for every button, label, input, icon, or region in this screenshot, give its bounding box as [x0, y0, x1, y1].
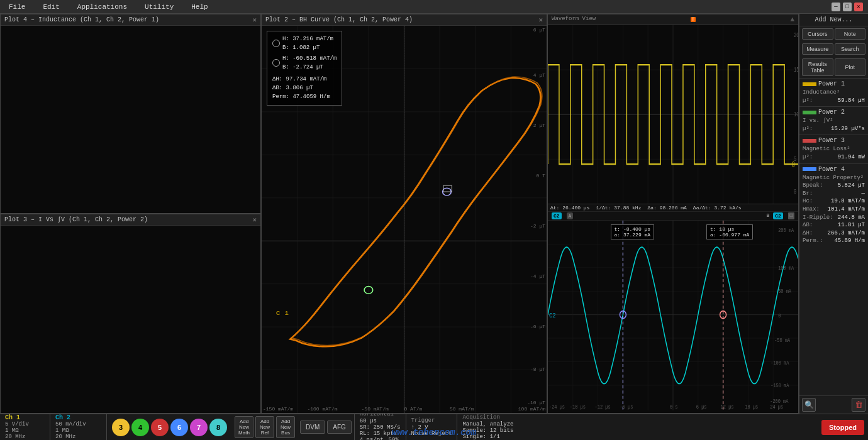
plot4-close[interactable]: ✕: [252, 16, 257, 24]
plot2-y8: -8 µT: [530, 366, 545, 372]
power4-hmax-label: Hmax:: [803, 206, 820, 214]
trash-button[interactable]: 🗑: [852, 398, 865, 412]
svg-text:-6 µs: -6 µs: [620, 405, 633, 410]
power4-type-row: Magnetic Property²: [803, 174, 865, 182]
svg-text:-18 µs: -18 µs: [570, 405, 586, 410]
plot2-delta-b: ΔB: 3.806 µT: [272, 84, 337, 92]
num-btn-7[interactable]: 7: [190, 419, 208, 436]
dvm-afg: DVM AFG: [298, 421, 354, 434]
search-button[interactable]: Search: [835, 43, 866, 55]
power1-type: Inductance²: [803, 89, 840, 97]
sidebar-bottom: 🔍 🗑: [799, 395, 868, 414]
trigger-section: Trigger ↑ 2 V Noise Reject: [406, 414, 457, 440]
power3-section: Power 3 Magnetic Loss² µ²: 91.94 mW: [799, 135, 868, 163]
acquisition-section: Acquisition Manual, Analyze Sample: 12 b…: [457, 414, 818, 440]
horizontal-pct: 50%: [389, 437, 399, 440]
cursor-left-a: a: 37.229 mA: [615, 232, 651, 238]
menu-help[interactable]: Help: [187, 2, 211, 12]
note-button[interactable]: Note: [835, 28, 866, 40]
plot4-panel: Plot 4 – Inductance (Ch 1, Ch 2, Power 1…: [0, 14, 261, 214]
wf-a-badge: A: [567, 212, 574, 219]
mid-btn-row: Measure Search: [799, 41, 868, 57]
power4-hmax: 101.4 mAT/m: [828, 206, 865, 214]
cursors-button[interactable]: Cursors: [802, 28, 833, 40]
dvm-button[interactable]: DVM: [300, 421, 325, 434]
num-btn-4[interactable]: 4: [131, 419, 149, 436]
num-btn-5[interactable]: 5: [151, 419, 169, 436]
power4-bpeak: 5.824 µT: [838, 182, 865, 190]
power4-bpeak-label: Bpeak:: [803, 182, 823, 190]
zoom-in-button[interactable]: 🔍: [802, 398, 816, 412]
add-new-bus-button[interactable]: Add New Bus: [276, 416, 295, 438]
results-table-button[interactable]: Results Table: [802, 58, 833, 76]
bottom-bar: Ch 1 5 V/div 1 MΩ 20 MHz Ch 2 50 mA/div …: [0, 414, 868, 440]
ch1-volt: 5 V/div: [5, 421, 45, 427]
cursor-right-a: a: -60.977 mA: [710, 232, 749, 238]
left-panels: Plot 4 – Inductance (Ch 1, Ch 2, Power 1…: [0, 14, 261, 414]
right-area: Waveform View T ▲: [547, 14, 799, 414]
num-btns: 3 4 5 6 7 8: [107, 419, 232, 436]
minimize-button[interactable]: ─: [832, 3, 840, 11]
num-btn-3[interactable]: 3: [112, 419, 130, 436]
horizontal-sr: SR: 250 MS/s: [360, 424, 401, 431]
power2-label: Power 2: [818, 109, 845, 116]
wf-cursor-left: t: -8.400 µs a: 37.229 mA: [611, 224, 655, 239]
svg-text:10 V: 10 V: [794, 111, 798, 119]
trigger-type: ↑ 2 V: [411, 424, 452, 431]
power4-deltab: 11.81 µT: [838, 221, 865, 229]
power4-hmax-row: Hmax: 101.4 mAT/m: [803, 206, 865, 214]
waveform-close[interactable]: ▲: [790, 16, 794, 23]
close-button[interactable]: ✕: [854, 3, 863, 11]
svg-text:C 1: C 1: [276, 309, 289, 316]
afg-button[interactable]: AFG: [327, 421, 352, 434]
plot2-h1: H: 37.216 mAT/m: [282, 35, 333, 43]
power4-type: Magnetic Property²: [803, 174, 864, 182]
svg-text:0 s: 0 s: [670, 405, 678, 410]
delta-a-t: Δa/Δt: 3.72 kA/s: [693, 205, 742, 211]
menu-applications[interactable]: Applications: [74, 2, 131, 12]
power1-label: Power 1: [818, 80, 845, 87]
ch2-label: Ch 2: [55, 414, 101, 421]
menu-edit[interactable]: Edit: [39, 2, 63, 12]
plot2-perm: Perm: 47.4059 H/m: [272, 92, 337, 101]
acquisition-sample: Sample: 12 bits: [462, 427, 813, 434]
svg-text:-200 mA: -200 mA: [770, 399, 789, 404]
svg-text:-12 µs: -12 µs: [595, 405, 611, 410]
power2-mu-label: µ²:: [803, 125, 813, 133]
add-new-math-button[interactable]: Add New Math: [235, 416, 253, 438]
power4-section: Power 4 Magnetic Property² Bpeak: 5.824 …: [799, 163, 868, 247]
horizontal-section: Horizontal 60 µs SR: 250 MS/s RL: 15 kpt…: [354, 414, 406, 440]
add-new-ref-button[interactable]: Add New Ref: [255, 416, 274, 438]
menu-utility[interactable]: Utility: [141, 2, 177, 12]
wf-c2-badge: C2: [552, 212, 562, 219]
acquisition-mode: Manual, Analyze: [462, 421, 813, 427]
svg-text:12 µs: 12 µs: [721, 405, 734, 410]
num-btn-6[interactable]: 6: [170, 419, 188, 436]
power4-br-row: Br: —: [803, 190, 865, 198]
ch2-impedance: 1 MΩ: [55, 427, 101, 434]
maximize-button[interactable]: □: [843, 3, 852, 11]
power4-deltab-label: ΔB:: [803, 221, 813, 229]
plot2-title: Plot 2 – BH Curve (Ch 1, Ch 2, Power 4) …: [262, 14, 547, 26]
menu-file[interactable]: File: [5, 2, 29, 12]
power4-iripple: 244.8 mA: [838, 214, 865, 222]
plot-button[interactable]: Plot: [835, 58, 866, 76]
power4-deltah-row: ΔH: 266.3 mAT/m: [803, 229, 865, 238]
stopped-button[interactable]: Stopped: [821, 420, 864, 435]
plot3-close[interactable]: ✕: [252, 216, 257, 224]
power1-title: Power 1: [803, 80, 865, 87]
power4-perm-row: Perm.: 45.89 H/m: [803, 237, 865, 245]
measure-button[interactable]: Measure: [802, 43, 833, 55]
plot2-y5: -2 µT: [530, 223, 545, 229]
power4-color: [803, 167, 816, 171]
waveform-top-svg: 0 20 V 15 V 10 V 5 V 0: [548, 25, 798, 204]
plot2-close[interactable]: ✕: [538, 16, 543, 24]
power2-type-row: I vs. ∫V²: [803, 117, 865, 125]
power3-type-row: Magnetic Loss²: [803, 145, 865, 153]
num-btn-8[interactable]: 8: [209, 419, 227, 436]
wf-square-badge: □: [788, 212, 794, 219]
svg-text:-24 µs: -24 µs: [549, 405, 565, 410]
plot2-x3: -50 mAT/m: [362, 406, 389, 412]
waveform-title: Waveform View: [552, 16, 596, 23]
power2-title: Power 2: [803, 109, 865, 116]
